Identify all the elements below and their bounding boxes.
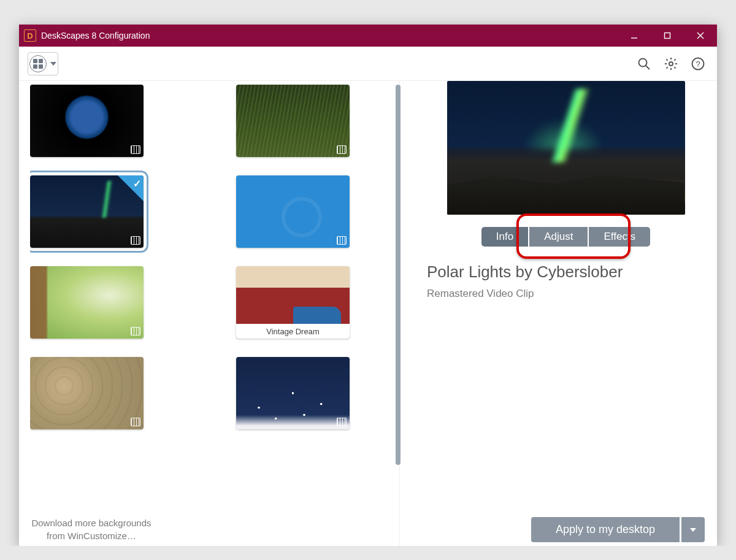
wallpaper-subtitle: Remastered Video Clip <box>427 288 705 300</box>
svg-text:?: ? <box>696 59 700 69</box>
apply-dropdown-button[interactable] <box>681 517 705 542</box>
minimize-button[interactable] <box>618 25 651 47</box>
wallpaper-thumbnail[interactable] <box>236 175 350 248</box>
help-icon[interactable]: ? <box>688 53 708 74</box>
video-badge-icon <box>337 418 347 426</box>
titlebar: D DeskScapes 8 Configuration <box>19 25 717 47</box>
search-icon[interactable] <box>634 53 654 74</box>
video-badge-icon <box>131 418 140 426</box>
apply-button[interactable]: Apply to my desktop <box>531 517 680 542</box>
video-badge-icon <box>131 327 140 336</box>
selected-check-icon <box>118 175 144 201</box>
thumbnail-caption: Vintage Dream <box>236 324 350 339</box>
wallpaper-thumbnail-selected[interactable] <box>30 175 144 248</box>
video-badge-icon <box>131 236 140 245</box>
chevron-down-icon <box>690 528 696 532</box>
svg-point-4 <box>639 58 647 66</box>
toolbar: ? <box>19 47 717 81</box>
wallpaper-thumbnail[interactable]: Vintage Dream <box>236 266 350 339</box>
wallpaper-thumbnail[interactable] <box>236 85 350 157</box>
app-icon: D <box>24 29 36 42</box>
video-badge-icon <box>337 145 347 154</box>
wallpaper-thumbnail[interactable] <box>30 266 144 339</box>
svg-rect-1 <box>665 33 670 39</box>
close-button[interactable] <box>684 25 717 47</box>
detail-tabs: Info Adjust Effects <box>427 227 705 247</box>
maximize-button[interactable] <box>651 25 684 47</box>
svg-line-5 <box>646 66 650 69</box>
wallpaper-title: Polar Lights by Cyberslober <box>427 263 705 282</box>
svg-point-6 <box>669 62 673 66</box>
tab-info[interactable]: Info <box>481 227 528 247</box>
wallpaper-thumbnail[interactable] <box>236 357 350 429</box>
download-more-link[interactable]: Download more backgrounds from WinCustom… <box>30 505 153 546</box>
gallery-scrollbar[interactable] <box>396 85 401 465</box>
wallpaper-gallery: Vintage Dream Download more backgrounds … <box>19 81 399 546</box>
view-mode-button[interactable] <box>28 52 58 75</box>
tab-adjust[interactable]: Adjust <box>529 227 588 247</box>
window-title: DeskScapes 8 Configuration <box>41 31 150 40</box>
tab-effects[interactable]: Effects <box>589 227 650 247</box>
wallpaper-thumbnail[interactable] <box>30 357 144 429</box>
wallpaper-preview <box>447 81 685 215</box>
detail-panel: Info Adjust Effects Polar Lights by Cybe… <box>399 81 717 546</box>
wallpaper-thumbnail[interactable] <box>30 85 144 157</box>
app-window: D DeskScapes 8 Configuration ? <box>19 25 717 546</box>
video-badge-icon <box>131 145 140 154</box>
settings-icon[interactable] <box>661 53 681 74</box>
video-badge-icon <box>337 236 347 245</box>
